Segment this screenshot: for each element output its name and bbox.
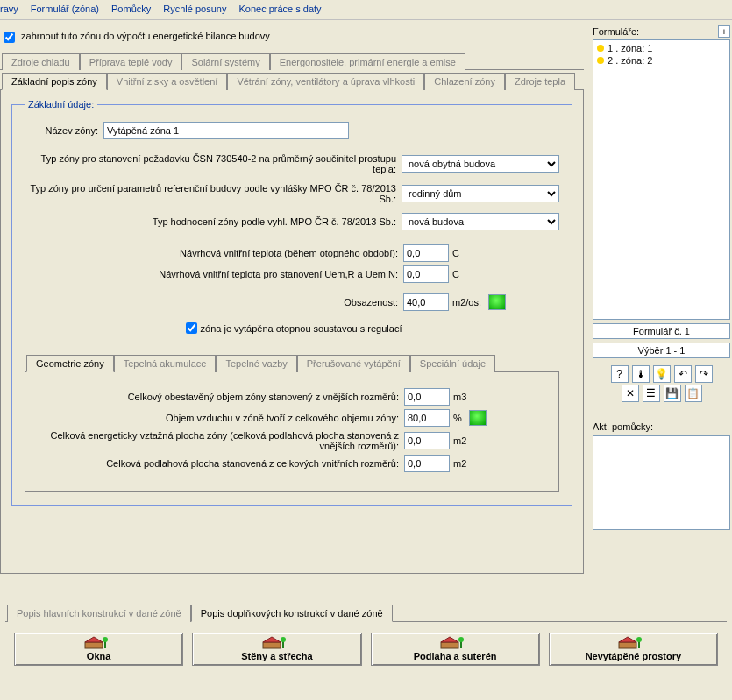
temp2-unit: C [452,269,459,279]
undo-icon[interactable]: ↶ [674,365,692,383]
top-tab-2[interactable]: Solární systémy [181,53,269,70]
list-item[interactable]: 1 . zóna: 1 [595,42,728,54]
top-tab-3[interactable]: Energonositele, primární energie a emise [270,53,465,70]
svg-marker-9 [441,637,458,642]
list-icon[interactable]: ☰ [643,385,660,402]
svg-point-3 [103,637,108,642]
second-tab-4[interactable]: Zdroje tepla [505,73,575,90]
geometry-pane: Celkový obestavěný objem zóny stanovený … [25,372,559,492]
menu-item[interactable]: Rychlé posuny [163,4,226,14]
vol-unit: m3 [453,392,466,402]
list-item[interactable]: 2 . zóna: 2 [595,54,728,67]
second-tab-0[interactable]: Základní popis zóny [2,73,107,90]
occ-unit: m2/os. [452,297,481,308]
big-button-0[interactable]: Okna [14,633,183,666]
type3-select[interactable]: nová budova [402,213,559,230]
occ-input[interactable] [403,293,449,311]
menubar: ravy Formulář (zóna) Pomůcky Rychlé posu… [0,0,732,20]
include-zone-label: zahrnout tuto zónu do výpočtu energetick… [21,31,270,41]
temp1-label: Návrhová vnitřní teplota (během otopného… [25,248,403,258]
area1-label: Celková energeticky vztažná plocha zóny … [36,430,404,451]
redo-icon[interactable]: ↷ [695,365,713,383]
svg-marker-1 [85,637,103,642]
type1-select[interactable]: nová obytná budova [402,155,559,173]
heated-checkbox[interactable] [186,322,197,334]
vol-label: Celkový obestavěný objem zóny stanovený … [36,392,404,402]
second-tab-3[interactable]: Chlazení zóny [424,73,505,90]
big-button-1[interactable]: Stěny a střecha [192,633,361,666]
svg-rect-0 [85,642,103,648]
top-tabs: Zdroje chladuPříprava teplé vodySolární … [0,51,584,70]
big-button-label: Stěny a střecha [241,651,312,661]
list-item-label: 1 . zóna: 1 [608,43,652,53]
house-icon [83,635,115,649]
form-number-button[interactable]: Formulář č. 1 [593,323,730,339]
menu-item[interactable]: Pomůcky [111,4,151,14]
second-tab-2[interactable]: Větrání zóny, ventilátory a úprava vlhko… [227,73,424,90]
svg-marker-13 [619,637,636,642]
area1-unit: m2 [453,435,466,446]
big-button-label: Podlaha a suterén [414,651,497,661]
air-help-icon[interactable] [469,410,487,426]
help-icon[interactable]: ? [611,365,629,383]
sub-tab-0[interactable]: Geometrie zóny [26,355,114,372]
zone-name-label: Název zóny: [25,125,103,136]
thermometer-icon[interactable]: 🌡 [632,365,650,383]
svg-rect-12 [619,642,636,648]
type2-select[interactable]: rodinný dům [402,185,559,202]
area2-label: Celková podlahová plocha stanovená z cel… [36,458,404,469]
bottom-tabs: Popis hlavních konstrukcí v dané zóněPop… [5,602,727,622]
second-tab-1[interactable]: Vnitřní zisky a osvětlení [107,73,228,90]
big-button-2[interactable]: Podlaha a suterén [371,633,540,666]
sub-tab-2[interactable]: Tepelné vazby [216,355,296,372]
bottom-tab-1[interactable]: Popis doplňkových konstrukcí v dané zóně [191,605,393,622]
toolbar-icons: ? 🌡 💡 ↶ ↷ [593,365,730,383]
house-icon [617,635,649,649]
save-icon[interactable]: 💾 [664,385,681,402]
vol-input[interactable] [404,388,450,406]
big-button-row: OknaStěny a střechaPodlaha a suterénNevy… [5,622,727,671]
bullet-icon [597,57,604,64]
include-zone-checkbox[interactable] [4,32,15,43]
bulb-icon[interactable]: 💡 [653,365,671,383]
air-label: Objem vzduchu v zóně tvoří z celkového o… [36,413,404,423]
menu-item[interactable]: Formulář (zóna) [31,4,99,14]
big-button-3[interactable]: Nevytápěné prostory [549,633,718,666]
toolbar-icons-2: ✕ ☰ 💾 📋 [593,385,730,402]
air-input[interactable] [404,409,450,427]
menu-item[interactable]: ravy [0,4,18,14]
svg-rect-8 [441,642,458,648]
occ-help-icon[interactable] [488,294,506,310]
air-unit: % [453,413,462,423]
sub-tab-4[interactable]: Speciální údaje [410,355,495,372]
svg-marker-5 [263,637,281,642]
house-icon [439,635,471,649]
area1-input[interactable] [404,432,450,449]
vyber-button[interactable]: Výběr 1 - 1 [593,343,730,358]
temp1-input[interactable] [403,244,449,262]
svg-point-11 [458,637,464,642]
forms-listbox[interactable]: 1 . zóna: 12 . zóna: 2 [593,39,730,320]
temp1-unit: C [452,248,459,258]
temp2-input[interactable] [403,265,449,283]
top-tab-0[interactable]: Zdroje chladu [2,53,80,70]
temp2-label: Návrhová vnitřní teplota pro stanovení U… [25,269,403,279]
add-form-button[interactable]: + [718,25,730,38]
menu-item[interactable]: Konec práce s daty [238,4,321,14]
bottom-tab-0[interactable]: Popis hlavních konstrukcí v dané zóně [7,605,191,622]
heated-label: zóna je vytápěna otopnou soustavou s reg… [201,323,402,334]
svg-point-15 [636,637,642,642]
type2-label: Typ zóny pro určení parametrů referenční… [25,183,402,204]
sub-tab-1[interactable]: Tepelná akumulace [114,355,217,372]
paste-icon[interactable]: 📋 [685,385,702,402]
area2-input[interactable] [404,455,450,472]
top-tab-1[interactable]: Příprava teplé vody [80,53,182,70]
zone-name-input[interactable] [103,122,349,139]
bullet-icon [597,45,604,52]
pomucky-box[interactable] [593,435,730,530]
house-icon [261,635,293,649]
delete-icon[interactable]: ✕ [622,385,639,402]
svg-point-7 [281,637,286,642]
sub-tab-3[interactable]: Přerušované vytápění [297,355,410,372]
big-button-label: Okna [87,651,111,661]
